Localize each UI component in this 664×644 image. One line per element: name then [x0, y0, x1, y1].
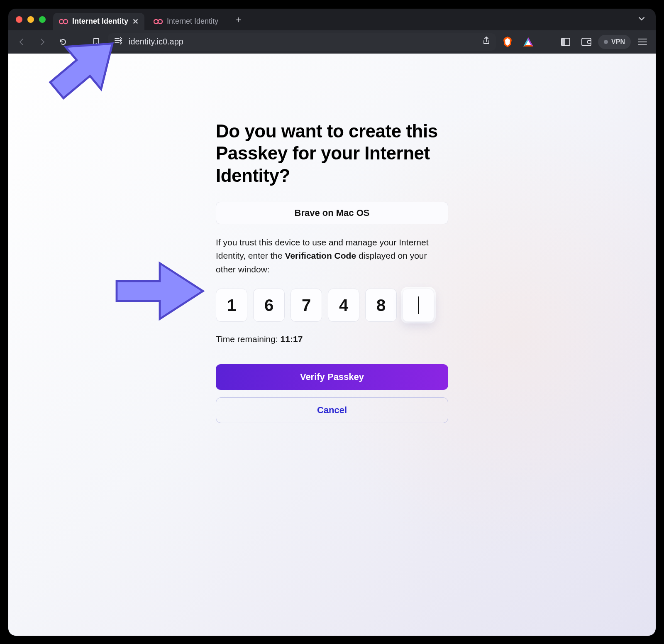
- svg-rect-1: [561, 38, 565, 46]
- code-digit-6[interactable]: [403, 289, 434, 322]
- tabs-overflow-button[interactable]: [635, 14, 648, 24]
- brave-shields-icon[interactable]: [498, 34, 517, 50]
- app-menu-button[interactable]: [633, 34, 652, 50]
- cancel-button[interactable]: Cancel: [216, 397, 448, 423]
- instruction-strong: Verification Code: [285, 251, 356, 260]
- svg-rect-3: [588, 41, 591, 43]
- page-content: Do you want to create this Passkey for y…: [8, 54, 656, 636]
- browser-window: Internet Identity ✕ Internet Identity ＋: [8, 9, 656, 636]
- annotation-arrow-icon: [112, 258, 208, 324]
- wallet-icon[interactable]: [577, 34, 596, 50]
- url-text: identity.ic0.app: [129, 37, 477, 47]
- timer-value: 11:17: [281, 334, 303, 344]
- tab-close-icon[interactable]: ✕: [132, 17, 139, 26]
- code-digit-3[interactable]: 7: [290, 289, 322, 322]
- timer-row: Time remaining: 11:17: [216, 334, 448, 344]
- brave-rewards-icon[interactable]: [519, 34, 537, 50]
- verify-passkey-button[interactable]: Verify Passkey: [216, 364, 448, 390]
- tab-inactive[interactable]: Internet Identity: [148, 13, 224, 30]
- device-label: Brave on Mac OS: [216, 202, 448, 224]
- window-minimize-button[interactable]: [27, 16, 34, 23]
- tab-strip: Internet Identity ✕ Internet Identity ＋: [8, 9, 656, 30]
- window-close-button[interactable]: [16, 16, 22, 23]
- address-bar[interactable]: identity.ic0.app: [108, 33, 496, 51]
- timer-label: Time remaining:: [216, 334, 281, 344]
- code-digit-5[interactable]: 8: [365, 289, 397, 322]
- vpn-label: VPN: [611, 38, 625, 46]
- new-tab-button[interactable]: ＋: [232, 12, 246, 27]
- vpn-status-dot: [604, 40, 608, 44]
- svg-rect-2: [582, 38, 591, 46]
- code-digit-1[interactable]: 1: [216, 289, 247, 322]
- window-zoom-button[interactable]: [39, 16, 46, 23]
- window-controls: [8, 16, 53, 23]
- code-digit-2[interactable]: 6: [253, 289, 285, 322]
- tab-title: Internet Identity: [167, 17, 218, 26]
- page-heading: Do you want to create this Passkey for y…: [216, 120, 448, 187]
- nav-back-button[interactable]: [12, 34, 31, 50]
- share-icon[interactable]: [483, 37, 490, 47]
- vpn-button[interactable]: VPN: [598, 35, 631, 49]
- code-digit-4[interactable]: 4: [328, 289, 359, 322]
- instruction-text: If you trust this device to use and mana…: [216, 236, 448, 277]
- verification-code-row: 1 6 7 4 8: [216, 289, 448, 322]
- infinity-icon: [154, 19, 163, 24]
- sidebar-toggle-icon[interactable]: [557, 34, 575, 50]
- text-caret: [418, 296, 419, 314]
